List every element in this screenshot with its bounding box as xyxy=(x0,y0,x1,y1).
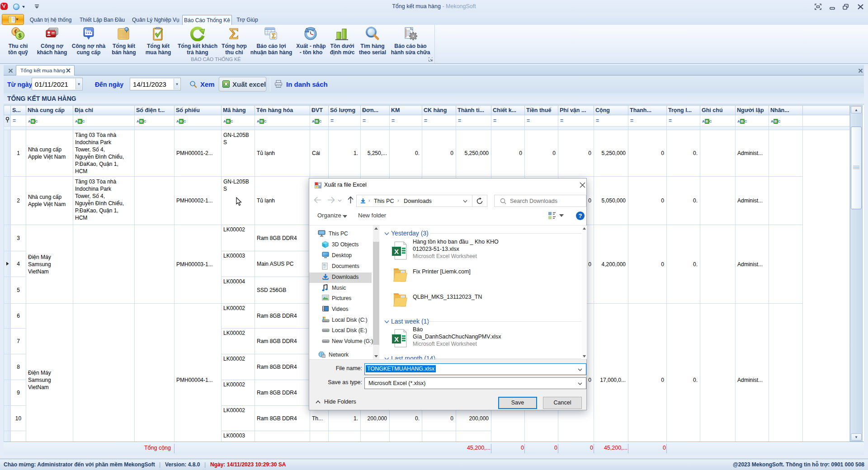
svg-text:$: $ xyxy=(19,33,22,39)
svg-text:X: X xyxy=(394,335,399,343)
svg-text:X: X xyxy=(394,248,399,255)
